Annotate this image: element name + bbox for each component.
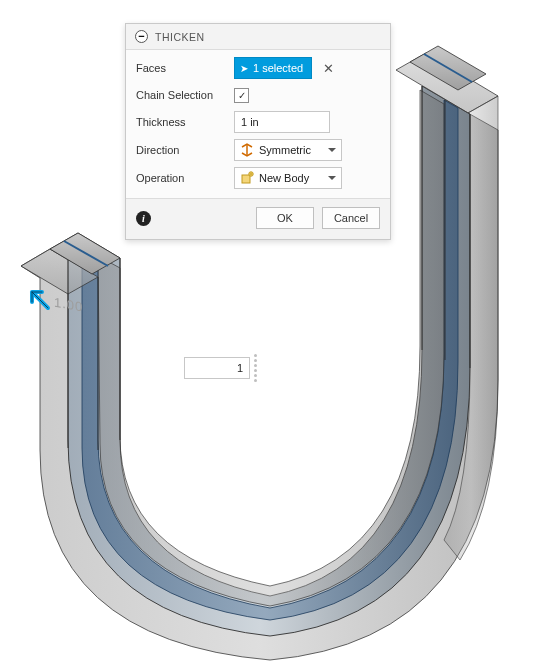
collapse-button[interactable]: − [135,30,148,43]
dialog-title: THICKEN [155,31,205,43]
operation-dropdown[interactable]: New Body [234,167,342,189]
inline-value-input[interactable] [184,357,250,379]
inline-value-editor [184,354,262,382]
chevron-down-icon [328,148,336,152]
dialog-header: − THICKEN [126,24,390,50]
dialog-footer: i OK Cancel [126,198,390,239]
row-chain: Chain Selection ✓ [136,82,380,108]
thickness-input[interactable] [234,111,330,133]
direction-value: Symmetric [259,144,323,156]
drag-grip-icon[interactable] [254,354,262,382]
direction-manipulator[interactable] [26,286,54,316]
operation-value: New Body [259,172,323,184]
new-body-icon [240,171,254,185]
ok-button[interactable]: OK [256,207,314,229]
chain-label: Chain Selection [136,89,234,101]
thickness-label: Thickness [136,116,234,128]
symmetric-icon [240,143,254,157]
faces-selection-text: 1 selected [253,62,303,74]
operation-label: Operation [136,172,234,184]
direction-label: Direction [136,144,234,156]
direction-dropdown[interactable]: Symmetric [234,139,342,161]
cancel-button[interactable]: Cancel [322,207,380,229]
svg-rect-6 [242,175,250,183]
thicken-dialog: − THICKEN Faces ➤ 1 selected ✕ Chain Sel… [125,23,391,240]
cursor-icon: ➤ [240,63,248,74]
row-thickness: Thickness [136,108,380,136]
clear-selection-button[interactable]: ✕ [319,61,338,76]
row-faces: Faces ➤ 1 selected ✕ [136,54,380,82]
chevron-down-icon [328,176,336,180]
faces-label: Faces [136,62,234,74]
row-direction: Direction Symmetric [136,136,380,164]
faces-selection-button[interactable]: ➤ 1 selected [234,57,312,79]
info-icon[interactable]: i [136,211,151,226]
chain-checkbox[interactable]: ✓ [234,88,249,103]
row-operation: Operation New Body [136,164,380,192]
